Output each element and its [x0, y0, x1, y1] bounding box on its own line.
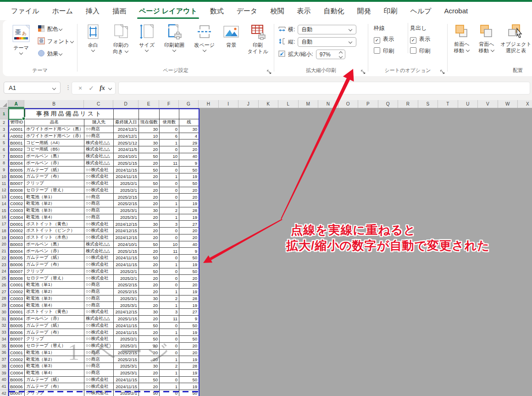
column-header-U[interactable]: U [458, 100, 478, 108]
column-header-E[interactable]: E [139, 100, 159, 108]
cell-r6c5[interactable]: 0 [160, 146, 179, 153]
cell-r28c0[interactable]: C0003 [9, 296, 25, 302]
cell-r9c2[interactable]: ○○株式会社 [84, 167, 114, 173]
cell-r41c2[interactable]: ○○株式会社 [84, 383, 114, 390]
cell-r12c0[interactable]: B0008 [9, 187, 25, 194]
cell-r39c5[interactable]: 1 [160, 370, 179, 377]
dialog-launcher-icon[interactable] [267, 68, 272, 73]
headings-view-checkbox[interactable]: ✓表示 [410, 33, 444, 45]
cell-r15c1[interactable]: 乾電池（単3） [25, 207, 84, 214]
cell-r20c3[interactable]: 2024/10/1 [114, 241, 139, 248]
theme-fonts-button[interactable]: 亜 フォント [38, 35, 74, 48]
table-header-3[interactable]: 最終購入日 [114, 119, 139, 126]
cell-r14c5[interactable]: 1 [160, 201, 179, 207]
cell-r35c0[interactable]: B0008 [9, 343, 25, 350]
cell-r11c6[interactable]: 50 [179, 180, 199, 187]
cell-r40c1[interactable]: ガムテープ（紙） [25, 377, 84, 384]
cell-r8c4[interactable]: 20 [139, 160, 160, 167]
cell-r36c4[interactable]: 20 [139, 350, 160, 357]
scale-width-dropdown[interactable]: 自動 [298, 25, 356, 34]
themes-button[interactable]: 亜あ テーマ [7, 23, 35, 60]
cell-r23c1[interactable]: ガムテープ（布） [25, 262, 84, 268]
cell-r16c5[interactable]: 1 [160, 214, 179, 221]
cell-r28c1[interactable]: 乾電池（単3） [25, 296, 84, 302]
cell-r21c3[interactable]: 2025/1/15 [114, 248, 139, 255]
selection-pane-button[interactable]: オブジェクト 選択と表 [499, 20, 532, 54]
cell-r4c0[interactable]: A0002 [9, 133, 25, 140]
column-header-L[interactable]: L [278, 100, 299, 108]
table-header-2[interactable]: 購入先 [84, 119, 114, 126]
tab-7[interactable]: 校閲 [264, 2, 290, 20]
cell-r37c4[interactable]: 20 [139, 356, 160, 363]
tab-6[interactable]: データ [230, 2, 264, 20]
cell-r15c5[interactable]: 2 [160, 207, 179, 214]
cell-r23c2[interactable]: ○○株式会社 [84, 262, 114, 268]
cell-r20c4[interactable]: 50 [139, 241, 160, 248]
cell-r4c6[interactable]: 4 [179, 133, 199, 140]
gridlines-view-checkbox[interactable]: ✓表示 [374, 33, 408, 45]
cell-r36c1[interactable]: 乾電池（単1） [25, 350, 84, 357]
cell-r18c4[interactable]: 20 [139, 228, 160, 234]
cell-r41c3[interactable]: 2024/11/15 [114, 383, 139, 390]
send-backward-button[interactable]: 背面へ 移動 [474, 20, 499, 54]
cell-r16c2[interactable]: ○○商店 [84, 214, 114, 221]
cell-r31c3[interactable]: 2025/1/15 [114, 316, 139, 323]
table-header-4[interactable]: 現在個数 [139, 119, 160, 126]
cell-r28c4[interactable]: 30 [139, 296, 160, 302]
cell-r37c3[interactable]: 2025/2/15 [114, 356, 139, 363]
cell-r16c3[interactable]: 2025/3/1 [114, 214, 139, 221]
cell-r20c5[interactable]: 10 [160, 241, 179, 248]
cell-r39c2[interactable]: ○○商店 [84, 370, 114, 377]
cell-r28c2[interactable]: ○○商店 [84, 296, 114, 302]
cell-r14c0[interactable]: C0002 [9, 201, 25, 207]
cell-r17c1[interactable]: ポストイット（黄色） [25, 221, 84, 228]
tab-1[interactable]: ホーム [45, 2, 79, 20]
cell-r22c2[interactable]: ○○株式会社 [84, 255, 114, 262]
column-header-B[interactable]: B [24, 100, 84, 108]
cell-r19c0[interactable]: D0003 [9, 234, 25, 241]
cell-r29c3[interactable]: 2025/3/1 [114, 302, 139, 309]
cell-r16c4[interactable]: 20 [139, 214, 160, 221]
cell-r26c5[interactable]: 0 [160, 282, 179, 289]
orientation-button[interactable]: 印刷の 向き [108, 20, 134, 55]
cell-r40c4[interactable]: 50 [139, 377, 160, 384]
tab-8[interactable]: 表示 [290, 2, 317, 20]
cell-r33c6[interactable]: 19 [179, 329, 199, 336]
column-header-N[interactable]: N [318, 100, 338, 108]
cell-r26c1[interactable]: 乾電池（単1） [25, 282, 84, 289]
cell-r32c5[interactable]: 0 [160, 323, 179, 329]
cell-r40c5[interactable]: 0 [160, 377, 179, 384]
cell-r30c4[interactable]: 30 [139, 309, 160, 316]
cell-r31c6[interactable]: 9 [179, 316, 199, 323]
cell-r41c0[interactable]: B0006 [9, 383, 25, 390]
print-titles-button[interactable]: 印刷 タイトル [245, 20, 271, 55]
cell-r33c0[interactable]: B0006 [9, 329, 25, 336]
cell-r37c5[interactable]: 1 [160, 356, 179, 363]
cell-r25c4[interactable]: 20 [139, 275, 160, 282]
column-header-I[interactable]: I [219, 100, 239, 108]
select-all-corner[interactable] [0, 100, 8, 108]
cell-r10c2[interactable]: ○○株式会社 [84, 173, 114, 180]
cell-r27c1[interactable]: 乾電池（単2） [25, 289, 84, 296]
cell-r13c3[interactable]: 2025/2/15 [114, 194, 139, 201]
cell-r22c3[interactable]: 2024/11/15 [114, 255, 139, 262]
cell-r22c5[interactable]: 0 [160, 255, 179, 262]
cell-r12c1[interactable]: セロテープ（替え） [25, 187, 84, 194]
table-header-1[interactable]: 品名 [25, 119, 84, 126]
cell-r33c4[interactable]: 20 [139, 329, 160, 336]
cell-r27c3[interactable]: 2025/2/15 [114, 289, 139, 296]
cell-r32c6[interactable]: 50 [179, 323, 199, 329]
cell-r33c2[interactable]: ○○株式会社 [84, 329, 114, 336]
cell-r19c1[interactable]: ポストイット（水色） [25, 234, 84, 241]
cell-r14c3[interactable]: 2025/2/15 [114, 201, 139, 207]
cell-r12c3[interactable]: 2025/2/1 [114, 187, 139, 194]
gridlines-print-checkbox[interactable]: 印刷 [374, 45, 408, 57]
cell-r37c6[interactable]: 19 [179, 356, 199, 363]
cell-r37c0[interactable]: C0002 [9, 356, 25, 363]
cell-r30c0[interactable]: D0001 [9, 309, 25, 316]
cell-r31c2[interactable]: 株式会社△△ [84, 316, 114, 323]
cell-r37c2[interactable]: ○○商店 [84, 356, 114, 363]
cell-r18c3[interactable]: 2024/12/15 [114, 228, 139, 234]
cell-r27c4[interactable]: 20 [139, 289, 160, 296]
cell-r34c2[interactable]: ○○株式会社 [84, 336, 114, 343]
